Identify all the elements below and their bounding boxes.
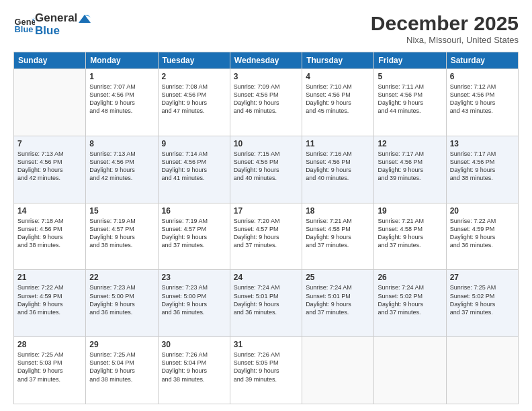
calendar-cell: 13Sunrise: 7:17 AM Sunset: 4:56 PM Dayli…	[446, 136, 518, 203]
calendar-cell: 22Sunrise: 7:23 AM Sunset: 5:00 PM Dayli…	[86, 270, 158, 337]
day-number: 21	[17, 273, 82, 282]
day-number: 19	[378, 206, 442, 216]
day-number: 24	[234, 273, 298, 282]
day-number: 13	[450, 139, 515, 148]
day-info: Sunrise: 7:18 AM Sunset: 4:56 PM Dayligh…	[17, 217, 82, 250]
calendar-cell: 23Sunrise: 7:23 AM Sunset: 5:00 PM Dayli…	[158, 270, 230, 337]
day-number: 30	[162, 340, 226, 349]
day-info: Sunrise: 7:19 AM Sunset: 4:57 PM Dayligh…	[162, 217, 226, 250]
calendar-cell: 2Sunrise: 7:08 AM Sunset: 4:56 PM Daylig…	[158, 69, 230, 136]
day-header-monday: Monday	[86, 52, 158, 69]
calendar-cell: 26Sunrise: 7:24 AM Sunset: 5:02 PM Dayli…	[374, 270, 446, 337]
day-number: 7	[17, 139, 82, 148]
calendar-cell: 4Sunrise: 7:10 AM Sunset: 4:56 PM Daylig…	[302, 69, 374, 136]
day-number: 6	[450, 72, 515, 81]
calendar-cell: 10Sunrise: 7:15 AM Sunset: 4:56 PM Dayli…	[230, 136, 302, 203]
day-number: 3	[234, 72, 298, 81]
day-header-saturday: Saturday	[446, 52, 518, 69]
day-info: Sunrise: 7:25 AM Sunset: 5:04 PM Dayligh…	[89, 351, 154, 383]
calendar-cell: 27Sunrise: 7:25 AM Sunset: 5:02 PM Dayli…	[446, 270, 518, 337]
day-number: 20	[450, 206, 515, 216]
calendar-cell: 25Sunrise: 7:24 AM Sunset: 5:01 PM Dayli…	[302, 270, 374, 337]
day-number: 11	[306, 139, 370, 148]
calendar-cell: 19Sunrise: 7:21 AM Sunset: 4:58 PM Dayli…	[374, 203, 446, 270]
title-block: December 2025 Nixa, Missouri, United Sta…	[371, 12, 519, 45]
calendar-cell: 21Sunrise: 7:22 AM Sunset: 4:59 PM Dayli…	[14, 270, 86, 337]
calendar-cell: 30Sunrise: 7:26 AM Sunset: 5:04 PM Dayli…	[158, 337, 230, 404]
day-number: 9	[162, 139, 226, 148]
location: Nixa, Missouri, United States	[371, 35, 519, 45]
day-number: 1	[89, 72, 154, 81]
calendar-cell: 15Sunrise: 7:19 AM Sunset: 4:57 PM Dayli…	[86, 203, 158, 270]
day-number: 23	[162, 273, 226, 282]
day-info: Sunrise: 7:07 AM Sunset: 4:56 PM Dayligh…	[89, 83, 154, 116]
calendar-week-row: 21Sunrise: 7:22 AM Sunset: 4:59 PM Dayli…	[14, 270, 519, 337]
day-header-sunday: Sunday	[14, 52, 86, 69]
day-number: 17	[234, 206, 298, 216]
calendar-cell: 11Sunrise: 7:16 AM Sunset: 4:56 PM Dayli…	[302, 136, 374, 203]
calendar-cell: 12Sunrise: 7:17 AM Sunset: 4:56 PM Dayli…	[374, 136, 446, 203]
calendar-cell: 17Sunrise: 7:20 AM Sunset: 4:57 PM Dayli…	[230, 203, 302, 270]
day-info: Sunrise: 7:24 AM Sunset: 5:01 PM Dayligh…	[234, 283, 298, 316]
day-info: Sunrise: 7:24 AM Sunset: 5:01 PM Dayligh…	[306, 283, 370, 316]
logo: General Blue General Blue	[13, 12, 77, 37]
month-title: December 2025	[371, 12, 519, 35]
logo-icon: General Blue	[13, 14, 35, 36]
day-info: Sunrise: 7:22 AM Sunset: 4:59 PM Dayligh…	[17, 283, 82, 316]
day-info: Sunrise: 7:21 AM Sunset: 4:58 PM Dayligh…	[306, 217, 370, 250]
page: General Blue General Blue December 2025 …	[0, 0, 532, 411]
day-info: Sunrise: 7:17 AM Sunset: 4:56 PM Dayligh…	[378, 150, 442, 183]
day-header-wednesday: Wednesday	[230, 52, 302, 69]
logo-general: General	[35, 12, 77, 25]
day-number: 12	[378, 139, 442, 148]
day-info: Sunrise: 7:25 AM Sunset: 5:02 PM Dayligh…	[450, 283, 515, 316]
calendar-header-row: SundayMondayTuesdayWednesdayThursdayFrid…	[14, 52, 519, 69]
day-info: Sunrise: 7:11 AM Sunset: 4:56 PM Dayligh…	[378, 83, 442, 116]
day-number: 25	[306, 273, 370, 282]
calendar-cell: 28Sunrise: 7:25 AM Sunset: 5:03 PM Dayli…	[14, 337, 86, 404]
day-info: Sunrise: 7:09 AM Sunset: 4:56 PM Dayligh…	[234, 83, 298, 116]
calendar-cell: 8Sunrise: 7:13 AM Sunset: 4:56 PM Daylig…	[86, 136, 158, 203]
calendar-cell: 7Sunrise: 7:13 AM Sunset: 4:56 PM Daylig…	[14, 136, 86, 203]
calendar-cell	[374, 337, 446, 404]
calendar-cell: 20Sunrise: 7:22 AM Sunset: 4:59 PM Dayli…	[446, 203, 518, 270]
calendar-cell: 29Sunrise: 7:25 AM Sunset: 5:04 PM Dayli…	[86, 337, 158, 404]
day-number: 8	[89, 139, 154, 148]
calendar-cell	[302, 337, 374, 404]
day-info: Sunrise: 7:17 AM Sunset: 4:56 PM Dayligh…	[450, 150, 515, 183]
calendar-cell: 31Sunrise: 7:26 AM Sunset: 5:05 PM Dayli…	[230, 337, 302, 404]
day-info: Sunrise: 7:26 AM Sunset: 5:05 PM Dayligh…	[234, 351, 298, 383]
calendar-cell: 24Sunrise: 7:24 AM Sunset: 5:01 PM Dayli…	[230, 270, 302, 337]
calendar-week-row: 7Sunrise: 7:13 AM Sunset: 4:56 PM Daylig…	[14, 136, 519, 203]
calendar-cell: 18Sunrise: 7:21 AM Sunset: 4:58 PM Dayli…	[302, 203, 374, 270]
day-info: Sunrise: 7:23 AM Sunset: 5:00 PM Dayligh…	[89, 283, 154, 316]
calendar-week-row: 28Sunrise: 7:25 AM Sunset: 5:03 PM Dayli…	[14, 337, 519, 404]
day-number: 28	[17, 340, 82, 349]
day-info: Sunrise: 7:23 AM Sunset: 5:00 PM Dayligh…	[162, 283, 226, 316]
day-info: Sunrise: 7:21 AM Sunset: 4:58 PM Dayligh…	[378, 217, 442, 250]
calendar-cell: 9Sunrise: 7:14 AM Sunset: 4:56 PM Daylig…	[158, 136, 230, 203]
day-info: Sunrise: 7:08 AM Sunset: 4:56 PM Dayligh…	[162, 83, 226, 116]
day-info: Sunrise: 7:25 AM Sunset: 5:03 PM Dayligh…	[17, 351, 82, 383]
day-info: Sunrise: 7:12 AM Sunset: 4:56 PM Dayligh…	[450, 83, 515, 116]
day-info: Sunrise: 7:22 AM Sunset: 4:59 PM Dayligh…	[450, 217, 515, 250]
day-info: Sunrise: 7:13 AM Sunset: 4:56 PM Dayligh…	[89, 150, 154, 183]
day-number: 31	[234, 340, 298, 349]
day-info: Sunrise: 7:16 AM Sunset: 4:56 PM Dayligh…	[306, 150, 370, 183]
calendar-week-row: 1Sunrise: 7:07 AM Sunset: 4:56 PM Daylig…	[14, 69, 519, 136]
day-header-thursday: Thursday	[302, 52, 374, 69]
day-number: 10	[234, 139, 298, 148]
calendar-cell	[446, 337, 518, 404]
day-header-tuesday: Tuesday	[158, 52, 230, 69]
day-info: Sunrise: 7:20 AM Sunset: 4:57 PM Dayligh…	[234, 217, 298, 250]
day-info: Sunrise: 7:26 AM Sunset: 5:04 PM Dayligh…	[162, 351, 226, 383]
day-number: 14	[17, 206, 82, 216]
day-number: 22	[89, 273, 154, 282]
calendar-cell: 3Sunrise: 7:09 AM Sunset: 4:56 PM Daylig…	[230, 69, 302, 136]
day-info: Sunrise: 7:10 AM Sunset: 4:56 PM Dayligh…	[306, 83, 370, 116]
logo-blue: Blue	[35, 25, 77, 38]
day-info: Sunrise: 7:24 AM Sunset: 5:02 PM Dayligh…	[378, 283, 442, 316]
header: General Blue General Blue December 2025 …	[13, 12, 519, 45]
day-number: 29	[89, 340, 154, 349]
day-info: Sunrise: 7:14 AM Sunset: 4:56 PM Dayligh…	[162, 150, 226, 183]
